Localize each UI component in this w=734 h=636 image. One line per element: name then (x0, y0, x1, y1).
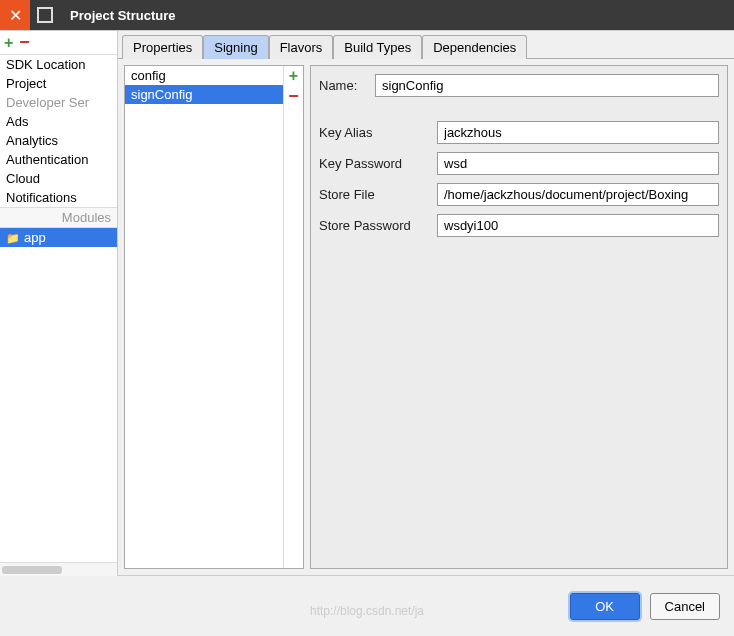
signing-config-list: config signConfig (125, 66, 283, 568)
window-title: Project Structure (60, 8, 175, 23)
sidebar-item-authentication[interactable]: Authentication (0, 150, 117, 169)
signing-config-item[interactable]: signConfig (125, 85, 283, 104)
ok-button[interactable]: OK (570, 593, 640, 620)
name-label: Name: (319, 78, 367, 93)
key-password-input[interactable] (437, 152, 719, 175)
window-square-icon (30, 0, 60, 30)
sidebar-module-app[interactable]: app (0, 228, 117, 247)
scrollbar[interactable] (0, 562, 117, 576)
tab-properties[interactable]: Properties (122, 35, 203, 59)
sidebar: + − SDK Location Project Developer Ser A… (0, 31, 118, 576)
store-file-input[interactable] (437, 183, 719, 206)
key-password-label: Key Password (319, 156, 429, 171)
key-alias-label: Key Alias (319, 125, 429, 140)
sidebar-item-sdk-location[interactable]: SDK Location (0, 55, 117, 74)
remove-section-icon[interactable]: − (19, 32, 30, 53)
tab-build-types[interactable]: Build Types (333, 35, 422, 59)
sidebar-item-analytics[interactable]: Analytics (0, 131, 117, 150)
key-alias-input[interactable] (437, 121, 719, 144)
sidebar-item-project[interactable]: Project (0, 74, 117, 93)
add-section-icon[interactable]: + (4, 34, 13, 52)
add-config-icon[interactable]: + (284, 66, 303, 86)
close-icon[interactable]: ✕ (0, 0, 30, 30)
signing-config-item[interactable]: config (125, 66, 283, 85)
sidebar-item-ads[interactable]: Ads (0, 112, 117, 131)
store-password-label: Store Password (319, 218, 429, 233)
name-input[interactable] (375, 74, 719, 97)
tab-bar: Properties Signing Flavors Build Types D… (118, 31, 734, 59)
sidebar-item-cloud[interactable]: Cloud (0, 169, 117, 188)
sidebar-section-modules: Modules (0, 207, 117, 228)
remove-config-icon[interactable]: − (284, 86, 303, 106)
watermark-text: http://blog.csdn.net/ja (310, 604, 424, 618)
sidebar-item-developer-services[interactable]: Developer Ser (0, 93, 117, 112)
store-password-input[interactable] (437, 214, 719, 237)
store-file-label: Store File (319, 187, 429, 202)
tab-signing[interactable]: Signing (203, 35, 268, 59)
cancel-button[interactable]: Cancel (650, 593, 720, 620)
tab-flavors[interactable]: Flavors (269, 35, 334, 59)
sidebar-item-notifications[interactable]: Notifications (0, 188, 117, 207)
signing-form: Name: Key Alias Key Password Store File (310, 65, 728, 569)
tab-dependencies[interactable]: Dependencies (422, 35, 527, 59)
